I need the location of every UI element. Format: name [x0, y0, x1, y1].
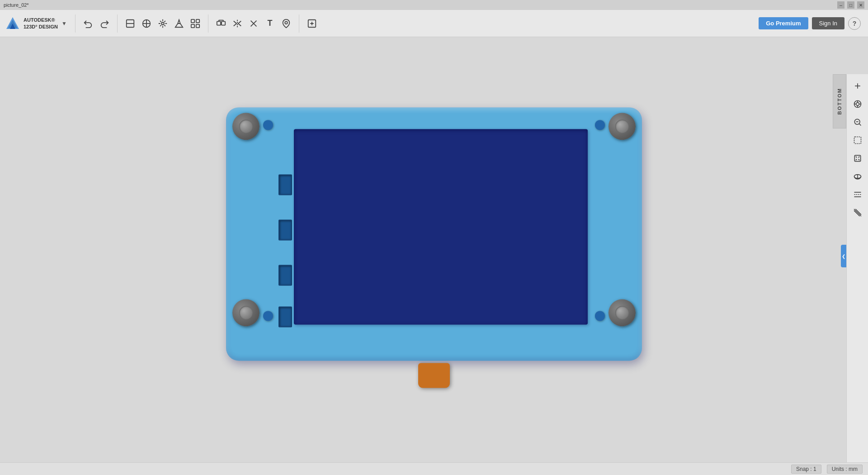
svg-rect-12 [196, 24, 199, 27]
main-toolbar: AUTODESK® 123D° DESIGN ▼ [0, 10, 868, 37]
toolbar-separator-3 [208, 14, 208, 33]
port-2 [278, 219, 292, 240]
delete-tool-button[interactable] [246, 16, 261, 31]
measure-tool-button[interactable] [279, 16, 293, 31]
go-premium-button[interactable]: Go Premium [759, 17, 808, 29]
svg-rect-9 [191, 19, 194, 22]
toolbar-separator-4 [299, 14, 299, 33]
hidden-lines-button[interactable] [849, 186, 866, 203]
dot-bottom-right [595, 311, 605, 321]
dot-top-left [263, 120, 273, 130]
svg-point-8 [161, 22, 164, 25]
home-view-button[interactable] [849, 96, 866, 112]
wireframe-button[interactable] [849, 168, 866, 185]
svg-rect-32 [854, 155, 860, 161]
edit-group: T [211, 16, 296, 31]
svg-rect-10 [196, 19, 199, 22]
port-4 [278, 306, 292, 327]
screw-bottom-left [232, 299, 259, 326]
group-tool-button[interactable] [214, 16, 228, 31]
autodesk-logo-icon [5, 16, 20, 31]
logo-line1: AUTODESK® [24, 17, 58, 23]
svg-point-18 [285, 21, 288, 24]
undo-redo-group [78, 16, 114, 31]
primitives-group [120, 16, 205, 31]
dot-top-right [595, 120, 605, 130]
import-group [302, 16, 322, 31]
svg-line-29 [859, 124, 861, 126]
undo-button[interactable] [81, 16, 95, 31]
title-bar: picture_02* – □ ✕ [0, 0, 868, 10]
minimize-button[interactable]: – [837, 1, 844, 9]
svg-rect-11 [191, 24, 194, 27]
port-3 [278, 265, 292, 285]
shading-button[interactable] [849, 204, 866, 221]
svg-rect-14 [222, 21, 225, 25]
panel-collapse-handle[interactable]: ❮ [841, 245, 846, 267]
mirror-tool-button[interactable] [230, 16, 245, 31]
logo-area: AUTODESK® 123D° DESIGN ▼ [0, 16, 72, 31]
maximize-button[interactable]: □ [847, 1, 854, 9]
toolbar-separator-2 [117, 14, 118, 33]
window-controls: – □ ✕ [837, 1, 864, 9]
perspective-button[interactable] [849, 150, 866, 166]
redo-button[interactable] [97, 16, 112, 31]
screw-top-left [232, 113, 259, 140]
port-1 [278, 174, 292, 195]
view-label: BOTTOM [837, 88, 842, 114]
snap-status[interactable]: Snap : 1 [791, 465, 821, 474]
sign-in-button[interactable]: Sign In [812, 17, 844, 29]
import-button[interactable] [305, 16, 319, 31]
svg-rect-13 [217, 21, 221, 25]
model-container [226, 107, 642, 388]
zoom-fit-button[interactable] [849, 114, 866, 130]
svg-point-23 [856, 103, 859, 106]
units-status[interactable]: Units : mm [827, 465, 863, 474]
screw-bottom-right [609, 299, 636, 326]
toolbar-separator-1 [75, 14, 75, 33]
shape-tool-button[interactable] [123, 16, 137, 31]
device-body [226, 107, 642, 361]
statusbar: Snap : 1 Units : mm [0, 462, 868, 475]
logo-line2: 123D° DESIGN [24, 24, 58, 30]
screw-top-right [609, 113, 636, 140]
help-button[interactable]: ? [848, 17, 861, 30]
circle-tool-button[interactable] [139, 16, 154, 31]
svg-rect-31 [854, 137, 861, 144]
view-label-container: BOTTOM [833, 74, 846, 128]
zoom-in-button[interactable] [849, 78, 866, 94]
dot-bottom-left [263, 311, 273, 321]
device-screen [294, 129, 588, 324]
close-button[interactable]: ✕ [857, 1, 864, 9]
window-title: picture_02* [4, 2, 837, 8]
frame-selection-button[interactable] [849, 132, 866, 148]
bottom-connector [418, 363, 450, 388]
right-panel [846, 74, 868, 475]
modify-tool-button[interactable] [172, 16, 186, 31]
transform-tool-button[interactable] [156, 16, 170, 31]
logo-text: AUTODESK® 123D° DESIGN [24, 17, 58, 30]
pattern-tool-button[interactable] [188, 16, 203, 31]
logo-dropdown-icon[interactable]: ▼ [61, 20, 67, 27]
canvas-area[interactable]: BOTTOM [0, 37, 868, 475]
text-tool-button[interactable]: T [263, 16, 277, 31]
right-toolbar: Go Premium Sign In ? [759, 17, 868, 30]
